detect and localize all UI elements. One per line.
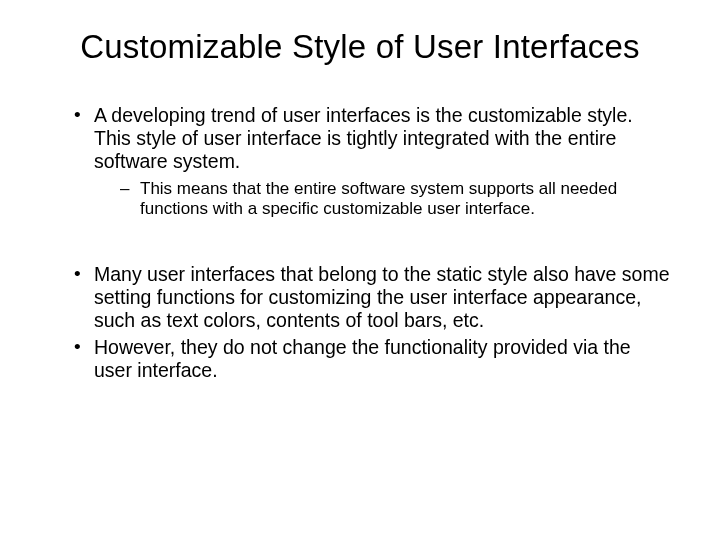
slide-content: A developing trend of user interfaces is… bbox=[48, 104, 672, 382]
sub-bullet-item: This means that the entire software syst… bbox=[122, 179, 672, 219]
slide-title: Customizable Style of User Interfaces bbox=[48, 28, 672, 66]
bullet-text: Many user interfaces that belong to the … bbox=[94, 263, 670, 331]
bullet-text: A developing trend of user interfaces is… bbox=[94, 104, 633, 172]
spacer bbox=[58, 241, 672, 263]
bullet-list-level1: Many user interfaces that belong to the … bbox=[58, 263, 672, 382]
bullet-list-level2: This means that the entire software syst… bbox=[94, 179, 672, 219]
bullet-item: Many user interfaces that belong to the … bbox=[76, 263, 672, 332]
bullet-list-level1: A developing trend of user interfaces is… bbox=[58, 104, 672, 219]
bullet-item: A developing trend of user interfaces is… bbox=[76, 104, 672, 219]
sub-bullet-text: This means that the entire software syst… bbox=[140, 179, 617, 218]
bullet-item: However, they do not change the function… bbox=[76, 336, 672, 382]
bullet-text: However, they do not change the function… bbox=[94, 336, 631, 381]
